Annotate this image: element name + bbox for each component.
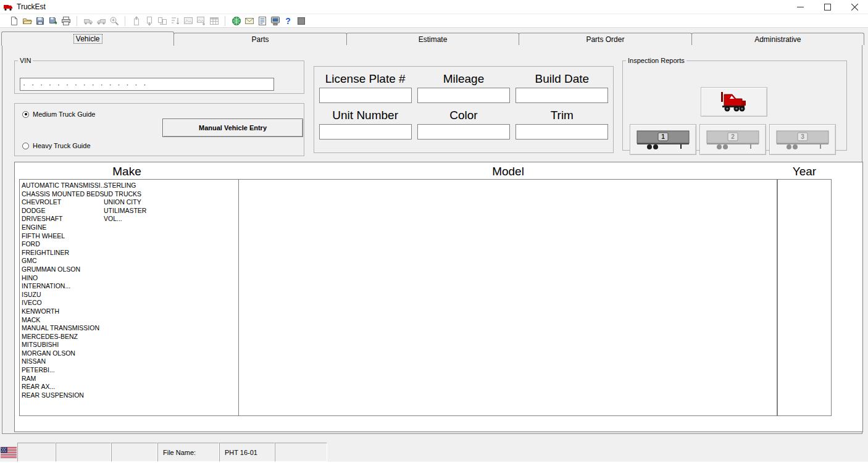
make-item[interactable]: GRUMMAN OLSON [22,265,106,274]
make-item[interactable]: RAM [22,375,106,383]
make-item[interactable]: MACK [22,316,106,325]
make-item[interactable]: CHEVROLET [22,198,106,207]
make-item[interactable]: UTILIMASTER [104,207,146,215]
doc-up-icon[interactable] [130,15,143,27]
trailer-icon [774,127,831,153]
make-item[interactable]: DRIVESHAFT [22,215,106,223]
maximize-button[interactable] [814,0,841,14]
vehicle-field-input[interactable] [417,88,510,103]
status-panel-1 [17,443,56,462]
tab-parts-order[interactable]: Parts Order [519,33,691,45]
manual-vehicle-entry-button[interactable]: Manual Vehicle Entry [162,119,303,137]
make-item[interactable]: REAR SUSPENSION [22,391,106,400]
make-item[interactable]: VOL... [104,215,146,223]
heavy-truck-guide-label: Heavy Truck Guide [33,142,91,149]
photo-icon[interactable] [182,15,194,27]
trailer-inspection-button[interactable]: 1 [630,124,696,155]
vehicle-field: Color [416,108,511,140]
toolbar-separator [225,16,225,26]
tab-administrative[interactable]: Administrative [691,33,864,45]
make-item[interactable]: UNION CITY [104,198,146,207]
inspection-reports-groupbox: Inspection Reports [622,57,847,151]
make-list[interactable]: AUTOMATIC TRANSMISSI...CHASSIS MOUNTED B… [19,179,239,416]
make-item[interactable]: CHASSIS MOUNTED BEDS [22,190,106,199]
tractor-inspection-button[interactable] [701,87,767,117]
year-list[interactable] [777,179,832,416]
vehicle-field-input[interactable] [417,124,510,140]
vehicle-field-label: Build Date [535,72,589,86]
truck-prev-icon[interactable] [81,15,94,27]
vin-label: VIN [18,57,33,64]
make-item[interactable]: MANUAL TRANSMISSION [22,324,106,333]
vehicle-field-label: License Plate # [325,72,406,86]
make-item[interactable]: REAR AX... [22,383,106,391]
trailer-icon [704,127,761,153]
vehicle-fields-panel: License Plate # Mileage Build Date Unit … [314,66,614,153]
help-icon[interactable]: ? [282,15,294,27]
tab-estimate[interactable]: Estimate [346,33,519,45]
year-header: Year [771,165,838,178]
photo-add-icon[interactable] [194,15,207,27]
make-item[interactable]: PETERBI... [22,366,106,375]
vehicle-field-input[interactable] [515,124,608,140]
vehicle-field-input[interactable] [319,124,412,140]
make-item[interactable]: ENGINE [22,223,106,232]
new-document-icon[interactable] [7,15,20,27]
make-item[interactable]: DODGE [22,207,106,215]
make-item[interactable]: KENWORTH [22,307,106,316]
export-icon[interactable] [46,15,59,27]
inspection-reports-label: Inspection Reports [626,57,686,64]
tab-vehicle[interactable]: Vehicle [1,31,174,46]
tab-strip: Vehicle Parts Estimate Parts Order Admin… [1,31,864,45]
medium-truck-guide-radio[interactable]: Medium Truck Guide [22,111,95,118]
truck-guide-groupbox: Medium Truck Guide Heavy Truck Guide Man… [14,103,304,156]
table-icon[interactable] [207,15,220,27]
doc-transfer-icon[interactable] [156,15,169,27]
make-item[interactable]: STERLING [104,181,146,190]
heavy-truck-guide-radio[interactable]: Heavy Truck Guide [22,142,91,149]
make-item[interactable]: GMC [22,257,106,265]
make-item[interactable]: FORD [22,240,106,249]
make-item[interactable]: MERCEDES-BENZ [22,333,106,341]
make-item[interactable]: INTERNATION... [22,282,106,291]
make-item[interactable]: FREIGHTLINER [22,249,106,257]
tab-parts[interactable]: Parts [173,33,346,45]
vin-input[interactable] [20,78,274,91]
make-item[interactable]: MITSUBISHI [22,341,106,349]
trailer-inspection-button[interactable]: 2 [699,124,766,155]
trailer-inspection-button[interactable]: 3 [769,124,836,155]
globe-icon[interactable] [230,15,243,27]
make-item[interactable]: FIFTH WHEEL [22,232,106,241]
save-icon[interactable] [33,15,46,27]
minimize-button[interactable] [787,0,814,14]
make-item[interactable]: AUTOMATIC TRANSMISSI... [22,181,106,190]
vehicle-field: Trim [515,108,609,140]
make-item[interactable]: IVECO [22,299,106,307]
vehicle-field-label: Color [449,108,477,123]
model-list[interactable] [238,179,777,416]
vehicle-field-label: Mileage [443,72,485,86]
make-item[interactable]: MORGAN OLSON [22,349,106,358]
open-folder-icon[interactable] [20,15,33,27]
medium-truck-guide-label: Medium Truck Guide [33,111,95,118]
print-icon[interactable] [59,15,72,27]
zoom-icon[interactable] [107,15,120,27]
make-item[interactable]: NISSAN [22,357,106,366]
model-header: Model [239,165,777,178]
doc-down-icon[interactable] [143,15,156,27]
make-item[interactable]: HINO [22,274,106,283]
vehicle-field-input[interactable] [515,88,608,103]
email-icon[interactable] [243,15,256,27]
make-item[interactable]: ISUZU [22,291,106,299]
make-item[interactable]: UD TRUCKS [104,190,146,199]
file-name-label: File Name: [157,443,219,462]
make-model-year-panel: Make Model Year AUTOMATIC TRANSMISSI...C… [14,162,863,432]
truck-next-icon[interactable] [94,15,107,27]
report-icon[interactable] [256,15,269,27]
sort-icon[interactable] [169,15,182,27]
vehicle-field-input[interactable] [319,88,412,103]
close-button[interactable] [841,0,868,14]
panel-icon[interactable] [294,15,307,27]
computer-icon[interactable] [269,15,282,27]
status-panel-3 [111,443,157,462]
